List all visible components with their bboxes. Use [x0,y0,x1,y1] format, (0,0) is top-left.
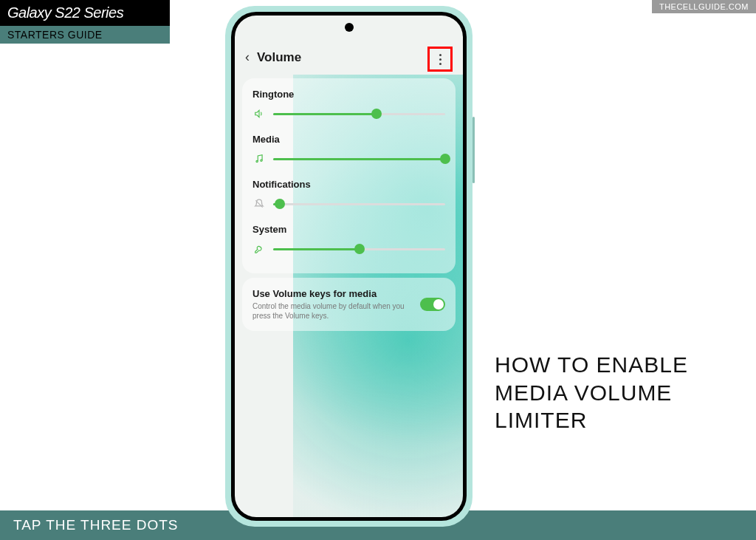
screen-header: ‹ Volume [235,41,463,74]
system-label: System [252,224,445,235]
instruction-text: TAP THE THREE DOTS [13,517,179,533]
ringtone-slider[interactable] [273,107,445,120]
media-group: Media [252,134,445,165]
screen-content: ‹ Volume Ringtone [235,16,463,517]
branding-subtitle: STARTERS GUIDE [0,26,170,44]
volume-sliders-card: Ringtone Me [242,78,456,273]
highlighted-menu-box [427,47,453,72]
notifications-label: Notifications [252,179,445,190]
system-slider[interactable] [273,242,445,256]
volume-icon [252,109,266,119]
media-label: Media [252,134,445,145]
volume-keys-card[interactable]: Use Volume keys for media Control the me… [242,278,456,331]
system-group: System [252,224,445,256]
toggle-description: Control the media volume by default when… [252,301,411,321]
header-title: Volume [257,50,301,65]
ringtone-group: Ringtone [252,89,445,120]
phone-mockup: ‹ Volume Ringtone [225,6,472,527]
toggle-title: Use Volume keys for media [252,288,411,299]
back-arrow-icon[interactable]: ‹ [245,49,250,65]
headline: HOW TO ENABLE MEDIA VOLUME LIMITER [495,351,716,434]
phone-bezel: ‹ Volume Ringtone [231,12,467,521]
watermark: THECELLGUIDE.COM [652,0,756,13]
branding-series: Galaxy S22 Series [0,0,170,26]
wrench-icon [252,244,266,254]
ringtone-label: Ringtone [252,89,445,100]
toggle-switch[interactable] [420,298,445,311]
svg-point-1 [261,160,262,161]
svg-point-0 [256,160,258,162]
music-icon [252,154,266,164]
phone-side-button [472,117,475,183]
media-slider[interactable] [273,152,445,165]
overflow-menu-icon[interactable] [439,54,441,65]
front-camera [345,23,354,32]
phone-screen: ‹ Volume Ringtone [235,16,463,517]
branding-box: Galaxy S22 Series STARTERS GUIDE [0,0,170,44]
notifications-slider[interactable] [273,197,445,211]
bell-off-icon [252,199,266,209]
notifications-group: Notifications [252,179,445,211]
